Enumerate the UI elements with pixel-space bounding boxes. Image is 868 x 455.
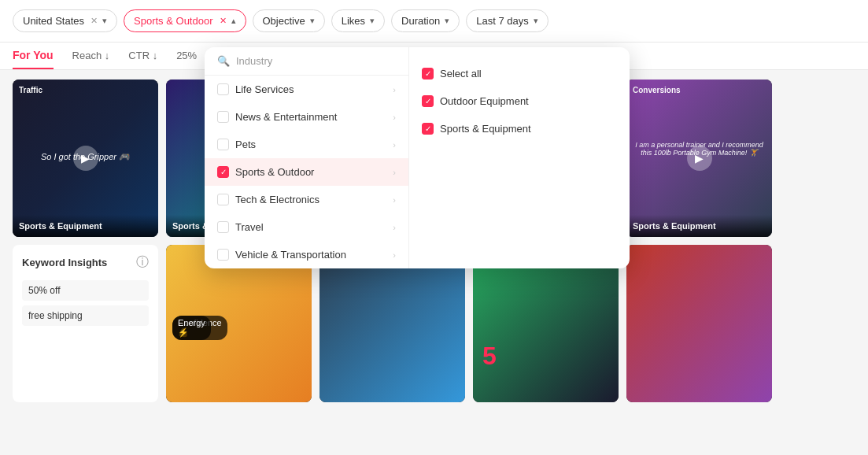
- chip-last7days[interactable]: Last 7 days ▾: [466, 9, 549, 32]
- chevron-down-icon: ▾: [445, 16, 449, 26]
- tab-for-you[interactable]: For You: [13, 49, 54, 69]
- industry-label: News & Entertainment: [235, 111, 337, 123]
- video-card[interactable]: Traffic So I got the Gripper 🎮 ▶ Sports …: [13, 80, 158, 237]
- dropdown-left-panel: 🔍 Life Services › News & Entertainment ›…: [205, 47, 409, 268]
- right-item-outdoor-equipment[interactable]: ✓ Outdoor Equipment: [422, 87, 617, 115]
- industry-label: Life Services: [235, 83, 294, 95]
- checkbox-pets[interactable]: [217, 139, 229, 150]
- video-thumbnail: [473, 245, 619, 402]
- checkbox-vehicle-transportation[interactable]: [217, 249, 229, 261]
- industry-item-tech-electronics[interactable]: Tech & Electronics ›: [205, 186, 408, 213]
- tab-ctr[interactable]: CTR ↓: [128, 50, 157, 69]
- keyword-card-title: Keyword Insights ⓘ: [22, 254, 149, 271]
- video-thumbnail: [626, 245, 772, 402]
- checkbox-select-all[interactable]: ✓: [422, 68, 434, 80]
- video-tag: Sports & Equipment: [633, 221, 766, 231]
- chevron-right-icon: ›: [393, 223, 396, 232]
- checkbox-outdoor-equipment[interactable]: ✓: [422, 95, 434, 107]
- keyword-item[interactable]: 50% off: [22, 280, 149, 301]
- video-label: Sports & Equipment: [13, 215, 158, 237]
- play-button[interactable]: ▶: [73, 146, 98, 171]
- chip-label: Objective: [263, 15, 305, 27]
- checkbox-sports-equipment[interactable]: ✓: [422, 123, 434, 135]
- checkbox-tech-electronics[interactable]: [217, 194, 229, 205]
- industry-item-news-entertainment[interactable]: News & Entertainment ›: [205, 103, 408, 131]
- chevron-down-icon: ▾: [310, 16, 315, 26]
- checkbox-sports-outdoor[interactable]: ✓: [217, 166, 229, 178]
- chip-label: Duration: [401, 15, 440, 27]
- chip-duration[interactable]: Duration ▾: [391, 9, 460, 32]
- video-card[interactable]: [319, 245, 465, 402]
- chip-label: Last 7 days: [476, 15, 529, 27]
- chip-united-states[interactable]: United States ✕ ▾: [13, 9, 117, 32]
- right-item-select-all[interactable]: ✓ Select all: [422, 60, 617, 87]
- tab-25pct[interactable]: 25%: [176, 50, 197, 69]
- checkbox-travel[interactable]: [217, 221, 229, 233]
- chevron-down-icon: ▾: [102, 16, 107, 26]
- industry-label: Tech & Electronics: [235, 194, 319, 205]
- video-card[interactable]: Confidence 💪 Energy ⚡: [166, 245, 312, 402]
- chevron-right-icon: ›: [393, 195, 396, 205]
- chevron-right-icon: ›: [393, 113, 396, 122]
- keyword-item[interactable]: free shipping: [22, 305, 149, 326]
- close-icon[interactable]: ✕: [220, 16, 227, 26]
- industry-dropdown: 🔍 Life Services › News & Entertainment ›…: [205, 47, 630, 268]
- dropdown-right-panel: ✓ Select all ✓ Outdoor Equipment ✓ Sport…: [409, 47, 630, 268]
- chip-label: United States: [23, 15, 84, 27]
- info-icon[interactable]: ⓘ: [136, 254, 149, 271]
- search-icon: 🔍: [217, 55, 230, 67]
- keyword-insights-card: Keyword Insights ⓘ 50% off free shipping: [13, 245, 158, 402]
- number-overlay: 5: [482, 342, 497, 371]
- video-card[interactable]: 5: [473, 245, 619, 402]
- video-label: Sports & Equipment: [626, 215, 772, 237]
- checkbox-life-services[interactable]: [217, 83, 229, 95]
- right-item-sports-equipment[interactable]: ✓ Sports & Equipment: [422, 115, 617, 142]
- chevron-right-icon: ›: [393, 85, 396, 94]
- chevron-right-icon: ›: [393, 250, 396, 260]
- industry-item-vehicle-transportation[interactable]: Vehicle & Transportation ›: [205, 241, 408, 268]
- dropdown-search-row: 🔍: [205, 47, 408, 76]
- play-button[interactable]: ▶: [687, 146, 712, 171]
- video-objective-label: Traffic: [19, 86, 42, 94]
- chip-sports-outdoor[interactable]: Sports & Outdoor ✕ ▴: [124, 9, 246, 32]
- video-tag: Sports & Equipment: [19, 221, 152, 231]
- industry-item-life-services[interactable]: Life Services ›: [205, 76, 408, 103]
- chip-objective[interactable]: Objective ▾: [253, 9, 325, 32]
- chevron-up-icon: ▴: [231, 16, 236, 26]
- industry-label: Travel: [235, 221, 264, 233]
- video-objective-label: Conversions: [633, 86, 681, 94]
- video-card[interactable]: [626, 245, 772, 402]
- filter-bar: United States ✕ ▾ Sports & Outdoor ✕ ▴ O…: [0, 0, 868, 43]
- industry-item-pets[interactable]: Pets ›: [205, 131, 408, 158]
- badge-energy: Energy ⚡: [172, 316, 211, 340]
- video-thumbnail: [319, 245, 465, 402]
- close-icon[interactable]: ✕: [90, 16, 98, 26]
- chip-likes[interactable]: Likes ▾: [331, 9, 385, 32]
- industry-label: Pets: [235, 139, 256, 150]
- select-all-label: Select all: [440, 68, 482, 80]
- industry-item-sports-outdoor[interactable]: ✓ Sports & Outdoor ›: [205, 158, 408, 186]
- industry-item-travel[interactable]: Travel ›: [205, 213, 408, 241]
- chevron-right-icon: ›: [393, 168, 396, 177]
- chevron-down-icon: ▾: [534, 16, 538, 26]
- chip-label: Sports & Outdoor: [134, 15, 212, 27]
- tab-reach[interactable]: Reach ↓: [72, 50, 110, 69]
- outdoor-equipment-label: Outdoor Equipment: [440, 95, 529, 107]
- sports-equipment-label: Sports & Equipment: [440, 123, 531, 135]
- chevron-right-icon: ›: [393, 140, 396, 150]
- video-card[interactable]: Conversions I am a personal trainer and …: [626, 80, 772, 237]
- chip-label: Likes: [342, 15, 365, 27]
- checkbox-news-entertainment[interactable]: [217, 111, 229, 123]
- industry-label: Vehicle & Transportation: [235, 249, 346, 261]
- industry-label: Sports & Outdoor: [235, 166, 314, 178]
- chevron-down-icon: ▾: [370, 16, 375, 26]
- industry-search-input[interactable]: [236, 55, 396, 67]
